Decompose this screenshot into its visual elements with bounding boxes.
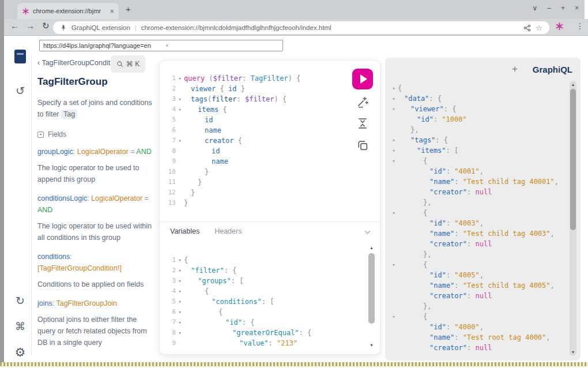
fold-icon[interactable]: ▾ xyxy=(176,317,184,328)
type-badge[interactable]: Tag xyxy=(61,110,77,119)
fold-icon[interactable]: ▾ xyxy=(390,145,398,156)
fold-spacer xyxy=(390,218,398,228)
sidebar-item-docs[interactable] xyxy=(12,50,29,63)
fold-icon[interactable]: ▾ xyxy=(390,104,398,114)
fold-spacer xyxy=(390,228,398,239)
field-punct: = xyxy=(142,194,149,202)
fold-spacer xyxy=(176,125,184,136)
forward-icon[interactable]: → xyxy=(26,21,35,31)
query-line: 7▾creator { xyxy=(165,136,346,146)
fold-icon[interactable]: ▾ xyxy=(176,94,184,104)
tab-headers[interactable]: Headers xyxy=(214,227,242,235)
response-line: }, xyxy=(390,197,567,208)
docs-search-button[interactable]: ⌘ K xyxy=(111,55,145,73)
new-tab-button[interactable]: + xyxy=(126,4,131,14)
fold-icon[interactable]: ▾ xyxy=(176,104,184,115)
fold-icon[interactable]: ▾ xyxy=(390,311,398,322)
field-name-link[interactable]: joins xyxy=(37,299,52,307)
address-bar[interactable]: GraphiQL extension | chrome-extension://… xyxy=(53,21,549,34)
back-icon[interactable]: ← xyxy=(10,21,19,31)
clear-url-icon[interactable]: × xyxy=(165,43,168,48)
fold-icon[interactable]: ▾ xyxy=(176,265,184,276)
fold-icon[interactable]: ▾ xyxy=(176,255,184,265)
fold-icon[interactable]: ▾ xyxy=(176,307,184,317)
sidebar-item-shortcuts[interactable]: ⌘ xyxy=(12,320,29,333)
response-line: "id": "4001", xyxy=(390,166,567,177)
fold-icon[interactable]: ▾ xyxy=(390,135,398,145)
sidebar-item-history[interactable]: ↺ xyxy=(12,84,29,97)
variables-scrollbar[interactable]: ▴ ▾ xyxy=(368,245,375,348)
fold-spacer xyxy=(390,332,398,343)
query-line: 13} xyxy=(165,198,346,208)
response-line: ▾"items": [ xyxy=(390,145,567,156)
merge-query-icon[interactable] xyxy=(356,117,369,130)
fold-icon[interactable]: ▾ xyxy=(176,73,184,84)
field-type-link[interactable]: LogicalOperator xyxy=(77,148,129,156)
field-name-link[interactable]: groupLogic xyxy=(37,148,73,156)
query-line: 10} xyxy=(165,167,346,177)
window-minimize-icon[interactable]: – xyxy=(547,4,551,12)
chevron-down-icon[interactable] xyxy=(365,228,371,234)
share-icon[interactable] xyxy=(523,24,531,32)
copy-query-icon[interactable] xyxy=(356,139,369,152)
fold-icon[interactable]: ▾ xyxy=(390,260,398,270)
response-line: "id": "4003", xyxy=(390,218,567,228)
graphiql-app: × ↺ ↻ ⌘ ⚙ ‹ TagFilterGroupCondition ⌘ K … xyxy=(4,36,585,362)
field-type-link[interactable]: TagFilterGroupJoin xyxy=(56,299,117,307)
variables-line: 3▾"groups": [ xyxy=(165,276,364,286)
fold-icon[interactable]: ▾ xyxy=(176,276,184,286)
window-close-icon[interactable]: × xyxy=(575,4,579,12)
fold-icon[interactable]: ▾ xyxy=(176,296,184,307)
scroll-down-icon[interactable]: ▾ xyxy=(570,350,576,355)
line-number: 10 xyxy=(165,167,176,177)
fold-icon[interactable]: ▾ xyxy=(390,83,398,93)
add-tab-icon[interactable]: + xyxy=(512,63,518,75)
response-line: }, xyxy=(390,125,567,135)
field-type-link[interactable]: [TagFilterGroupCondition!] xyxy=(37,264,122,272)
reload-icon[interactable]: ↻ xyxy=(42,21,50,31)
variables-editor[interactable]: 1▾{2▾"filter": {3▾"groups": [4▾{5▾"condi… xyxy=(165,255,364,348)
fields-list: groupLogic: LogicalOperator = ANDThe log… xyxy=(37,147,154,348)
window-menu-icon[interactable]: ∨ xyxy=(532,4,537,12)
fold-icon[interactable]: ▾ xyxy=(390,156,398,166)
fold-icon[interactable]: ▾ xyxy=(176,136,184,146)
fold-icon[interactable]: ▾ xyxy=(390,208,398,218)
scroll-up-icon[interactable]: ▴ xyxy=(368,245,375,250)
graphiql-extension-icon[interactable] xyxy=(555,22,564,31)
response-line: "id": "4005", xyxy=(390,270,567,280)
execute-button[interactable] xyxy=(352,69,373,89)
tab-variables[interactable]: Variables xyxy=(170,227,199,235)
field-name-link[interactable]: conditions xyxy=(37,253,70,261)
fold-icon[interactable]: ▾ xyxy=(390,93,398,104)
variables-scroll-thumb[interactable] xyxy=(368,253,375,324)
endpoint-url-input[interactable] xyxy=(43,42,163,49)
query-editor[interactable]: 1▾query ($filter: TagFilter) {2viewer { … xyxy=(165,73,346,208)
fold-spacer xyxy=(176,187,184,198)
fold-spacer xyxy=(390,177,398,187)
tab-close-icon[interactable]: × xyxy=(110,7,114,16)
browser-menu-icon[interactable]: ⋮ xyxy=(576,21,584,31)
sidebar-item-refetch[interactable]: ↻ xyxy=(12,294,29,307)
field-punct: AND xyxy=(136,148,151,156)
variables-line: 8▾"greaterOrEqual": { xyxy=(165,328,364,338)
browser-tab[interactable]: chrome-extension://bjmnlcdol × xyxy=(17,3,119,19)
variables-line: 9"value": "213" xyxy=(165,338,364,348)
breadcrumb-back-icon[interactable]: ‹ xyxy=(37,59,40,67)
sidebar-item-settings[interactable]: ⚙ xyxy=(12,346,29,359)
variables-line: 1▾{ xyxy=(165,255,364,265)
field-type-link[interactable]: LogicalOperator xyxy=(91,194,142,202)
fold-spacer xyxy=(390,249,398,260)
response-scrollbar[interactable]: ▴ ▾ xyxy=(570,81,576,356)
variables-line: 4▾{ xyxy=(165,286,364,296)
window-maximize-icon[interactable]: + xyxy=(561,4,565,12)
scroll-up-icon[interactable]: ▴ xyxy=(570,82,576,87)
prettify-icon[interactable] xyxy=(356,95,369,108)
fold-spacer xyxy=(176,338,184,348)
fold-icon[interactable]: ▾ xyxy=(176,286,184,296)
bookmark-star-icon[interactable]: ☆ xyxy=(536,24,542,32)
response-scroll-thumb[interactable] xyxy=(570,89,576,230)
fold-icon[interactable]: ▾ xyxy=(176,328,184,338)
response-line: }, xyxy=(390,301,567,311)
scroll-down-icon[interactable]: ▾ xyxy=(368,343,375,348)
field-name-link[interactable]: conditionsLogic xyxy=(37,194,87,202)
